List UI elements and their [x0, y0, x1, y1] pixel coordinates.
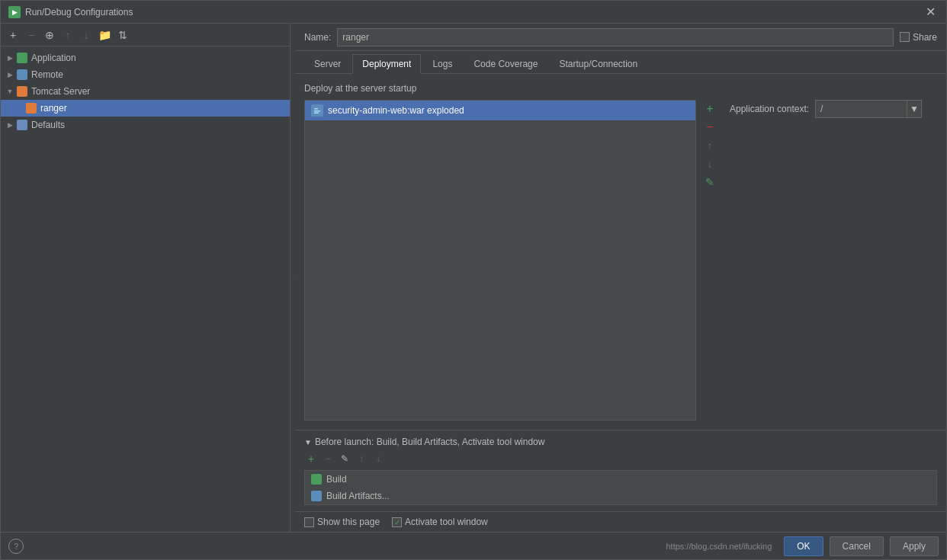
left-toolbar: + − ⊕ ↑ ↓ 📁 ⇅: [1, 24, 290, 46]
remote-label: Remote: [31, 69, 63, 80]
title-bar: ▶ Run/Debug Configurations ✕: [1, 1, 946, 24]
before-launch-list: Build Build Artifacts...: [304, 470, 937, 505]
build-artifacts-icon: [311, 491, 322, 501]
run-debug-configurations-window: ▶ Run/Debug Configurations ✕ + − ⊕ ↑ ↓ 📁…: [0, 0, 947, 560]
artifact-list-toolbar: + − ↑ ↓ ✎: [702, 100, 717, 421]
share-area: Share: [900, 32, 937, 43]
window-icon: ▶: [8, 6, 21, 18]
title-bar-left: ▶ Run/Debug Configurations: [8, 6, 133, 18]
before-launch-collapse[interactable]: ▼: [304, 438, 312, 446]
name-row: Name: Share: [295, 24, 946, 51]
svg-rect-2: [314, 110, 320, 112]
tree-arrow-tomcat: ▼: [5, 87, 14, 96]
before-launch-toolbar: + − ✎ ↑ ↓: [304, 452, 937, 466]
activate-tool-option: ✓ Activate tool window: [392, 517, 488, 527]
move-before-launch-down-button[interactable]: ↓: [371, 452, 385, 466]
move-artifact-down-button[interactable]: ↓: [702, 156, 717, 171]
tree-item-tomcat[interactable]: ▼ Tomcat Server: [1, 83, 290, 100]
activate-tool-label: Activate tool window: [405, 517, 488, 527]
show-page-label: Show this page: [317, 517, 380, 527]
tab-deployment[interactable]: Deployment: [352, 54, 421, 74]
before-launch-item-build-artifacts[interactable]: Build Artifacts...: [305, 488, 936, 504]
tree-item-ranger[interactable]: ▶ ranger: [1, 100, 290, 117]
add-config-button[interactable]: +: [5, 27, 21, 43]
add-before-launch-button[interactable]: +: [304, 452, 318, 466]
tree-item-remote[interactable]: ▶ Remote: [1, 66, 290, 83]
edit-artifact-button[interactable]: ✎: [702, 174, 717, 190]
build-artifacts-label: Build Artifacts...: [326, 491, 390, 501]
config-tree: ▶ Application ▶ Remote ▼: [1, 46, 290, 532]
left-panel: + − ⊕ ↑ ↓ 📁 ⇅ ▶ Application: [1, 24, 291, 532]
deployment-tab-content: Deploy at the server startup: [295, 74, 946, 430]
footer-url: https://blog.csdn.net/ifucking: [666, 542, 772, 551]
close-button[interactable]: ✕: [923, 5, 939, 19]
move-artifact-up-button[interactable]: ↑: [702, 138, 717, 153]
tree-item-defaults[interactable]: ▶ Defaults: [1, 117, 290, 133]
main-content: + − ⊕ ↑ ↓ 📁 ⇅ ▶ Application: [1, 24, 946, 532]
footer: ? https://blog.csdn.net/ifucking OK Canc…: [1, 532, 946, 559]
artifact-icon: [311, 104, 323, 117]
app-context: Application context: ▼: [730, 100, 937, 118]
context-input[interactable]: [815, 100, 907, 118]
footer-left: ?: [8, 539, 24, 554]
sort-button[interactable]: ⇅: [115, 27, 130, 43]
context-input-area: ▼: [815, 100, 922, 118]
ranger-icon: [25, 102, 37, 114]
right-panel: Name: Share Server Deployment Logs: [295, 24, 946, 532]
name-label: Name:: [304, 32, 331, 43]
tree-item-application[interactable]: ▶ Application: [1, 50, 290, 66]
tomcat-label: Tomcat Server: [31, 86, 90, 97]
app-context-label: Application context:: [730, 104, 809, 114]
tab-logs[interactable]: Logs: [422, 53, 462, 73]
tree-arrow-defaults: ▶: [5, 120, 14, 130]
artifact-label-security-admin: security-admin-web:war exploded: [328, 105, 464, 116]
context-dropdown-button[interactable]: ▼: [907, 100, 922, 118]
bottom-options: Show this page ✓ Activate tool window: [295, 511, 946, 532]
cancel-button[interactable]: Cancel: [830, 536, 884, 556]
tabs-bar: Server Deployment Logs Code Coverage Sta…: [295, 51, 946, 74]
ok-button[interactable]: OK: [784, 536, 823, 556]
remove-artifact-button[interactable]: −: [702, 120, 717, 135]
footer-right: https://blog.csdn.net/ifucking OK Cancel…: [666, 536, 939, 556]
folder-button[interactable]: 📁: [97, 27, 112, 43]
artifact-item-security-admin[interactable]: security-admin-web:war exploded: [305, 101, 695, 120]
tomcat-icon: [16, 85, 28, 98]
tab-startup-connection[interactable]: Startup/Connection: [549, 53, 647, 73]
artifact-list: security-admin-web:war exploded: [304, 100, 696, 421]
before-launch-title: Before launch: Build, Build Artifacts, A…: [315, 437, 545, 447]
share-label: Share: [913, 32, 937, 43]
deploy-label: Deploy at the server startup: [304, 83, 937, 94]
show-page-checkbox[interactable]: [304, 517, 314, 527]
move-up-button[interactable]: ↑: [60, 27, 75, 43]
defaults-label: Defaults: [31, 120, 65, 130]
application-label: Application: [31, 53, 76, 63]
svg-rect-1: [314, 108, 318, 110]
activate-tool-checkbox[interactable]: ✓: [392, 517, 402, 527]
help-button[interactable]: ?: [8, 539, 24, 554]
before-launch-header: ▼ Before launch: Build, Build Artifacts,…: [304, 437, 937, 447]
tree-arrow-application: ▶: [5, 53, 14, 62]
before-launch-section: ▼ Before launch: Build, Build Artifacts,…: [295, 430, 946, 511]
remote-icon: [16, 69, 28, 81]
move-before-launch-up-button[interactable]: ↑: [355, 452, 368, 466]
move-down-button[interactable]: ↓: [79, 27, 94, 43]
edit-before-launch-button[interactable]: ✎: [338, 452, 352, 466]
apply-button[interactable]: Apply: [890, 536, 939, 556]
name-input[interactable]: [337, 28, 894, 46]
share-checkbox[interactable]: [900, 32, 910, 42]
copy-config-button[interactable]: ⊕: [42, 27, 57, 43]
deploy-area: security-admin-web:war exploded + − ↑ ↓ …: [304, 100, 937, 421]
remove-config-button[interactable]: −: [24, 27, 39, 43]
application-icon: [16, 52, 28, 64]
before-launch-item-build[interactable]: Build: [305, 471, 936, 488]
add-artifact-button[interactable]: +: [702, 101, 717, 117]
tree-arrow-remote: ▶: [5, 70, 14, 79]
tab-code-coverage[interactable]: Code Coverage: [464, 53, 547, 73]
build-label: Build: [326, 474, 347, 485]
build-icon: [311, 474, 322, 485]
remove-before-launch-button[interactable]: −: [321, 452, 335, 466]
window-title: Run/Debug Configurations: [25, 7, 133, 18]
svg-rect-3: [314, 113, 319, 114]
tab-server[interactable]: Server: [304, 53, 351, 73]
defaults-icon: [16, 119, 28, 131]
